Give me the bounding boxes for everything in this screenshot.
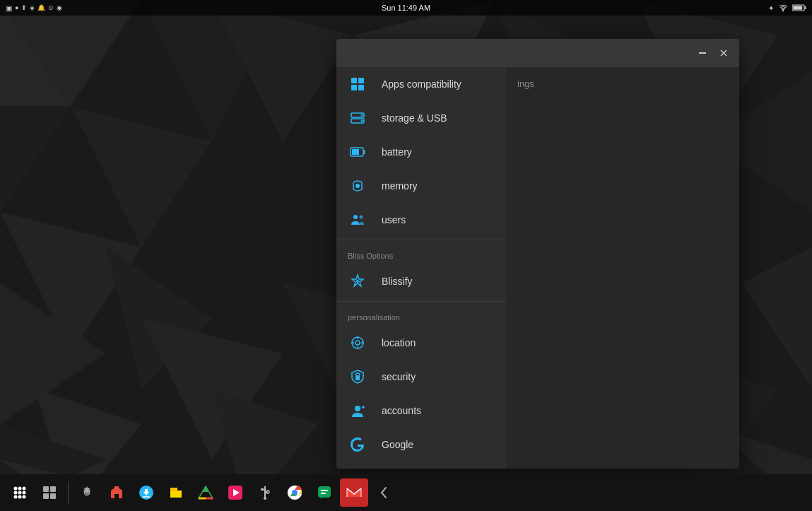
taskbar-gmail[interactable] (340, 478, 368, 507)
status-icon-1: ▣ (6, 4, 12, 12)
taskbar-home[interactable] (102, 478, 131, 507)
svg-point-61 (14, 487, 18, 491)
status-icon-7: ◉ (57, 4, 62, 11)
settings-content-area: ings (506, 67, 739, 469)
bluetooth-icon: ✦ (768, 4, 774, 12)
settings-hint-text: ings (517, 78, 534, 89)
svg-rect-78 (170, 488, 177, 491)
svg-rect-73 (50, 493, 56, 499)
taskbar-settings[interactable] (73, 478, 101, 507)
status-icon-5: 🔔 (37, 4, 45, 11)
security-label: security (382, 371, 416, 382)
svg-point-38 (361, 120, 363, 122)
divider-2 (336, 301, 506, 302)
svg-point-68 (18, 495, 22, 499)
svg-rect-34 (358, 85, 364, 90)
minimize-button[interactable] (693, 43, 712, 63)
svg-point-44 (360, 216, 363, 219)
svg-point-62 (18, 487, 22, 491)
location-icon (348, 333, 367, 353)
status-icon-2: ● (15, 4, 18, 11)
svg-rect-88 (261, 488, 264, 491)
svg-point-47 (355, 341, 360, 345)
svg-point-24 (782, 10, 784, 11)
taskbar-launcher[interactable] (6, 478, 34, 507)
svg-rect-31 (351, 78, 357, 83)
svg-point-65 (18, 491, 22, 495)
svg-rect-72 (43, 493, 49, 499)
settings-nav: Apps compatibility storage & USB (336, 67, 506, 469)
taskbar-chrome[interactable] (281, 478, 309, 507)
menu-item-security[interactable]: security (336, 360, 506, 394)
storage-icon (348, 108, 367, 128)
apps-compatibility-label: Apps compatibility (382, 78, 461, 90)
accounts-icon (348, 401, 367, 421)
status-bar: ▣ ● ⬆ ◈ 🔔 ⊙ ◉ Sun 11:49 AM ✦ (0, 0, 812, 16)
accounts-label: accounts (382, 405, 421, 416)
taskbar-usb[interactable] (251, 478, 279, 507)
google-icon (348, 435, 367, 454)
taskbar-files[interactable] (162, 478, 190, 507)
status-icon-4: ◈ (30, 4, 35, 11)
menu-item-location[interactable]: location (336, 326, 506, 360)
svg-point-45 (356, 280, 359, 283)
svg-rect-40 (364, 150, 365, 154)
svg-rect-41 (352, 149, 359, 155)
svg-point-53 (355, 406, 360, 411)
battery-menu-icon (348, 142, 367, 162)
menu-item-languages[interactable]: Languages & input (336, 462, 506, 469)
taskbar-download[interactable] (132, 478, 160, 507)
svg-rect-32 (358, 78, 364, 83)
users-icon (348, 210, 367, 230)
location-label: location (382, 337, 416, 348)
svg-rect-75 (114, 486, 119, 490)
settings-panel-container: Apps compatibility storage & USB (336, 39, 739, 469)
taskbar-grid[interactable] (35, 478, 64, 507)
menu-item-battery[interactable]: battery (336, 135, 506, 169)
svg-point-69 (23, 495, 26, 499)
menu-item-storage[interactable]: storage & USB (336, 101, 506, 135)
status-bar-right: ✦ (768, 4, 806, 12)
panel-body: Apps compatibility storage & USB (336, 67, 739, 469)
svg-rect-94 (321, 493, 326, 494)
menu-item-apps-compatibility[interactable]: Apps compatibility (336, 67, 506, 101)
svg-rect-71 (50, 486, 56, 492)
svg-rect-27 (793, 6, 802, 10)
memory-icon (348, 176, 367, 196)
taskbar-drive[interactable] (192, 478, 220, 507)
bliss-options-section-label: Bliss Options (336, 243, 506, 264)
menu-item-blissify[interactable]: Blissify (336, 264, 506, 298)
svg-point-37 (361, 114, 363, 117)
menu-item-google[interactable]: Google (336, 428, 506, 462)
svg-point-43 (353, 215, 358, 219)
menu-item-accounts[interactable]: accounts (336, 394, 506, 428)
taskbar-hangouts[interactable] (310, 478, 339, 507)
taskbar-play[interactable] (221, 478, 249, 507)
close-button[interactable] (714, 43, 734, 63)
taskbar (0, 474, 812, 511)
security-icon (348, 367, 367, 387)
panel-titlebar (336, 39, 739, 67)
svg-point-66 (23, 491, 26, 495)
divider-1 (336, 240, 506, 240)
svg-rect-52 (355, 375, 360, 380)
svg-rect-28 (699, 52, 706, 54)
taskbar-divider-1 (68, 481, 69, 504)
taskbar-chevron[interactable] (370, 478, 398, 507)
svg-point-63 (23, 487, 26, 491)
status-bar-left: ▣ ● ⬆ ◈ 🔔 ⊙ ◉ (6, 4, 62, 12)
google-label: Google (382, 439, 413, 450)
users-label: users (382, 214, 406, 225)
svg-rect-33 (351, 85, 357, 90)
menu-item-memory[interactable]: memory (336, 169, 506, 203)
storage-label: storage & USB (382, 112, 447, 124)
status-bar-time: Sun 11:49 AM (382, 4, 430, 12)
svg-rect-26 (805, 6, 806, 9)
apps-icon (348, 74, 367, 94)
svg-rect-93 (321, 490, 328, 491)
status-icon-6: ⊙ (48, 4, 54, 11)
menu-item-users[interactable]: users (336, 203, 506, 237)
blissify-icon (348, 271, 367, 291)
status-icon-3: ⬆ (21, 4, 27, 11)
battery-icon (792, 4, 806, 11)
